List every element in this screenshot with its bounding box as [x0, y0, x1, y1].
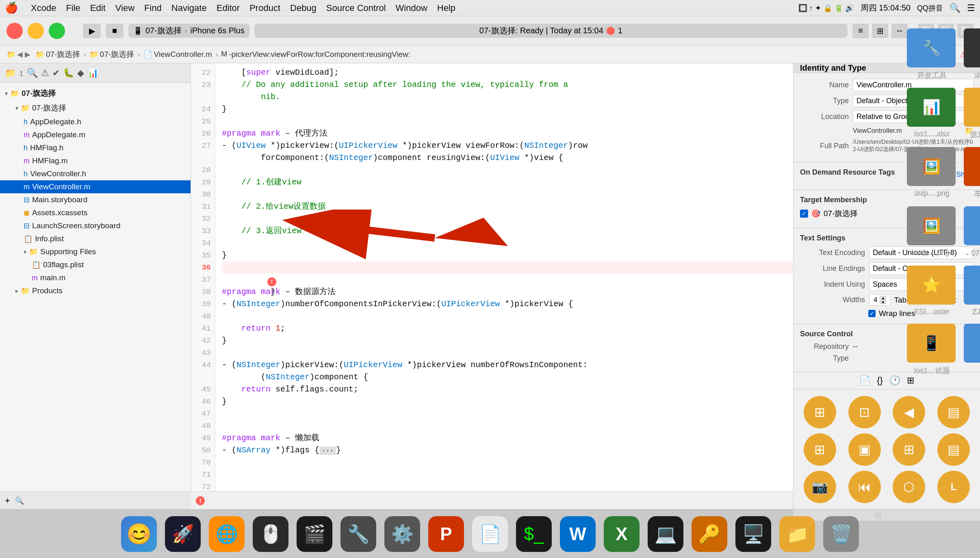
menu-editor[interactable]: Editor — [217, 3, 240, 13]
icon-btn-6[interactable]: ▣ — [848, 433, 881, 466]
dock-word[interactable]: W — [560, 516, 596, 552]
search-nav-icon[interactable]: 🔍 — [27, 68, 38, 78]
report-icon[interactable]: 📊 — [87, 68, 98, 78]
dock-black-app[interactable]: 💻 — [648, 516, 683, 552]
breadcrumb-file[interactable]: ViewController.m — [154, 50, 212, 59]
dock-mouse[interactable]: 🖱️ — [253, 516, 288, 552]
breakpoint-icon[interactable]: ◆ — [77, 68, 84, 78]
tab-stepper[interactable]: 4 ▲ ▼ — [869, 294, 891, 306]
menu-product[interactable]: Product — [249, 3, 280, 13]
tree-root-project[interactable]: ▾ 📁 07-旗选择 — [0, 86, 191, 101]
icon-btn-1[interactable]: ⊞ — [804, 396, 836, 428]
tree-main-group[interactable]: ▾ 📁 07-旗选择 — [0, 101, 191, 115]
icon-btn-10[interactable]: ⏮ — [848, 471, 881, 503]
tree-products[interactable]: ▸ 📁 Products — [0, 284, 191, 297]
dock-launchpad[interactable]: 🚀 — [165, 516, 201, 552]
icon-btn-2[interactable]: ⊡ — [848, 396, 881, 428]
breadcrumb-project2[interactable]: 07-旗选择 — [100, 49, 134, 60]
folder-icon[interactable]: 📁 — [5, 68, 16, 78]
debug-icon[interactable]: 🐛 — [63, 68, 74, 78]
menubar-right-area: 🔲 ↑ ✦ 🔒 🔋 🔊 周四 15:04:50 QQ拼音 🔍 ☰ — [798, 2, 975, 13]
tree-appdelegate-m[interactable]: m AppDelegate.m — [0, 128, 191, 141]
tree-info-plist[interactable]: 📋 Info.plist — [0, 232, 191, 245]
tree-assets[interactable]: ◼ Assets.xcassets — [0, 206, 191, 219]
code-line-42: } — [222, 335, 793, 347]
desktop-icon-ksi[interactable]: ⭐ KSI…aster — [907, 266, 956, 316]
stop-button[interactable]: ■ — [106, 24, 124, 38]
list-icon[interactable]: ☰ — [967, 3, 975, 13]
tree-hmflag-h[interactable]: h HMFlag.h — [0, 141, 191, 154]
filter-button[interactable]: 🔍 — [15, 496, 24, 505]
tree-viewcontroller-h[interactable]: h ViewController.h — [0, 167, 191, 180]
desktop-icon-video[interactable]: 🎬 未…视频 — [964, 28, 980, 80]
target-checkbox[interactable]: ✓ — [800, 210, 808, 218]
tree-03flags-plist[interactable]: 📋 03flags.plist — [0, 258, 191, 271]
code-editor[interactable]: 22 23 24 25 26 27 28 29 30 31 32 33 34 3… — [191, 63, 793, 509]
dock-notes[interactable]: 📄 — [472, 516, 508, 552]
tree-viewcontroller-m[interactable]: m ViewController.m — [0, 180, 191, 193]
menu-debug[interactable]: Debug — [290, 3, 317, 13]
tab-increment[interactable]: ▲ — [880, 296, 886, 300]
dock-folder[interactable]: 📁 — [779, 516, 815, 552]
tree-supporting-files[interactable]: ▾ 📁 Supporting Files — [0, 245, 191, 258]
desktop-icon-xlsx1[interactable]: 📊 ios1….xlsx — [907, 88, 956, 139]
scheme-selector[interactable]: 📱 07-旗选择 › iPhone 6s Plus — [128, 24, 249, 38]
search-icon[interactable]: 🔍 — [950, 3, 960, 13]
menu-xcode[interactable]: Xcode — [31, 3, 56, 13]
desktop-icon-snip1[interactable]: 🖼️ snip….png — [907, 147, 956, 198]
vcs-icon[interactable]: ↕ — [19, 68, 24, 78]
menu-edit[interactable]: Edit — [90, 3, 106, 13]
dock-red-p[interactable]: P — [428, 516, 464, 552]
dock-safari[interactable]: 🌐 — [209, 516, 245, 552]
code-line-26: #pragma mark – 代理方法 — [222, 128, 793, 140]
tree-hmflag-m[interactable]: m HMFlag.m — [0, 154, 191, 167]
dock-settings[interactable]: ⚙️ — [384, 516, 420, 552]
panel-icon-brace[interactable]: {} — [877, 375, 883, 386]
menu-window[interactable]: Window — [396, 3, 427, 13]
dock-excel[interactable]: X — [604, 516, 640, 552]
tree-main-m[interactable]: m main.m — [0, 271, 191, 284]
desktop-icon-desktop[interactable]: 🖥️ 桌面 — [964, 324, 980, 375]
menu-source-control[interactable]: Source Control — [326, 3, 386, 13]
icon-btn-5[interactable]: ⊞ — [804, 433, 836, 466]
dock-key-app[interactable]: 🔑 — [692, 516, 727, 552]
desktop-icon-lesson13[interactable]: 📋 第13…业准 — [964, 88, 980, 139]
breadcrumb-method[interactable]: -pickerView:viewForRow:forComponent:reus… — [229, 50, 410, 59]
maximize-button[interactable] — [49, 23, 65, 39]
warning-nav-icon[interactable]: ⚠ — [41, 68, 49, 78]
menu-navigate[interactable]: Navigate — [171, 3, 207, 13]
editor-assistant[interactable]: ⊞ — [872, 24, 888, 38]
run-button[interactable]: ▶ — [83, 24, 101, 38]
tree-main-storyboard[interactable]: ⊟ Main.storyboard — [0, 193, 191, 206]
tree-appdelegate-h[interactable]: h AppDelegate.h — [0, 115, 191, 128]
breadcrumb-project1[interactable]: 07-旗选择 — [46, 49, 80, 60]
test-icon[interactable]: ✔ — [52, 68, 60, 78]
desktop-icon-snip2[interactable]: 🖼️ snip….png — [907, 206, 956, 257]
tree-launch-storyboard[interactable]: ⊟ LaunchScreen.storyboard — [0, 219, 191, 232]
menu-help[interactable]: Help — [437, 3, 455, 13]
desktop-icon-ios1[interactable]: 📱 ios1…试题 — [907, 324, 956, 375]
add-file-button[interactable]: + — [5, 495, 10, 506]
menu-file[interactable]: File — [66, 3, 80, 13]
dock-tools[interactable]: 🔧 — [340, 516, 376, 552]
menu-view[interactable]: View — [115, 3, 134, 13]
editor-standard[interactable]: ≡ — [852, 24, 869, 38]
close-button[interactable] — [7, 23, 23, 39]
minimize-button[interactable] — [28, 23, 44, 39]
desktop-icon-07opt[interactable]: 📁 07-…(优化 — [964, 206, 980, 257]
panel-icon-doc[interactable]: 📄 — [859, 375, 870, 386]
desktop-icon-car[interactable]: 🚗 车丹分享 — [964, 147, 980, 198]
code-line-45: return self.flags.count; — [222, 383, 793, 396]
icon-btn-9[interactable]: 📷 — [804, 471, 836, 503]
menu-find[interactable]: Find — [144, 3, 162, 13]
dock-monitor[interactable]: 🖥️ — [735, 516, 771, 552]
wrap-lines-checkbox[interactable]: ✓ — [868, 310, 876, 317]
dock-finder[interactable]: 😊 — [121, 516, 157, 552]
apple-menu[interactable]: 🍎 — [5, 2, 18, 14]
dock-trash[interactable]: 🗑️ — [823, 516, 859, 552]
dock-photos[interactable]: 🎬 — [297, 516, 332, 552]
desktop-icon-devtools[interactable]: 🔧 开发工具 — [907, 28, 956, 80]
desktop-icon-zjl[interactable]: 📄 ZJL…etail — [964, 266, 980, 316]
dock-terminal[interactable]: $_ — [516, 516, 552, 552]
tab-decrement[interactable]: ▼ — [880, 300, 886, 304]
